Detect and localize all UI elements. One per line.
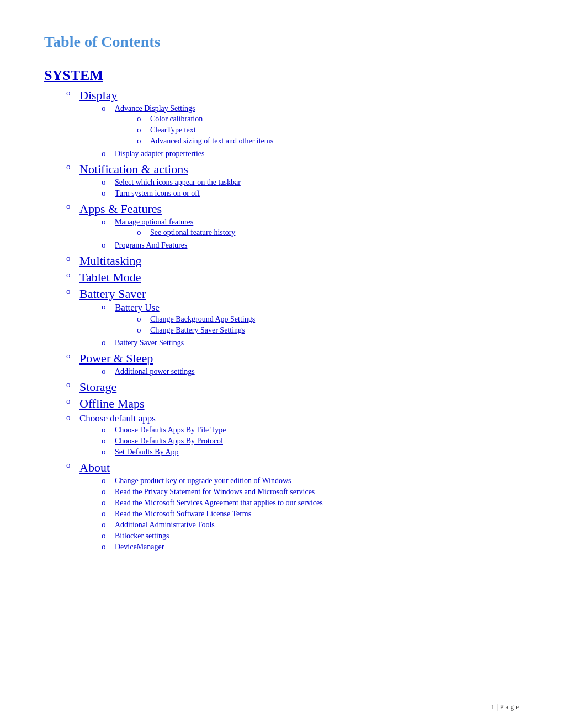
list-item: oChange Background App Settings <box>137 314 255 324</box>
toc-link[interactable]: Manage optional features <box>115 218 193 226</box>
list-item-content: See optional feature history <box>150 228 235 237</box>
list-item-content: AboutoChange product key or upgrade your… <box>79 461 323 553</box>
list-item-content: Set Defaults By App <box>115 447 179 457</box>
toc-list-level3: oSee optional feature history <box>137 228 235 237</box>
list-item: oSelect which icons appear on the taskba… <box>102 178 241 187</box>
toc-list-level2: oChange product key or upgrade your edit… <box>102 476 323 552</box>
list-item-content: Programs And Features <box>115 240 187 250</box>
list-item: oMultitasking <box>66 254 519 268</box>
bullet-icon: o <box>102 367 110 376</box>
list-item: oOffline Maps <box>66 397 519 411</box>
toc-list-level2: oManage optional featuresoSee optional f… <box>102 217 235 250</box>
toc-link[interactable]: ClearType text <box>150 126 196 134</box>
list-item-content: Choose default appsoChoose Defaults Apps… <box>79 413 226 458</box>
toc-link[interactable]: Choose Defaults Apps By Protocol <box>115 437 223 445</box>
bullet-icon: o <box>102 149 110 158</box>
list-item: oDisplay adapter properterties <box>102 149 273 158</box>
list-item: oAdvance Display SettingsoColor calibrat… <box>102 104 273 147</box>
toc-link[interactable]: Display adapter properterties <box>115 149 205 158</box>
toc-link[interactable]: Read the Microsoft Software License Term… <box>115 510 251 518</box>
toc-link[interactable]: Change Background App Settings <box>150 315 255 323</box>
list-item: oChoose default appsoChoose Defaults App… <box>66 413 519 458</box>
toc-link[interactable]: About <box>79 461 110 474</box>
toc-link[interactable]: Change product key or upgrade your editi… <box>115 477 291 485</box>
toc-link[interactable]: Choose Defaults Apps By File Type <box>115 426 226 434</box>
bullet-icon: o <box>66 461 75 470</box>
bullet-icon: o <box>102 476 110 485</box>
toc-link[interactable]: Additional Administrative Tools <box>115 521 215 529</box>
list-item: oPower & SleepoAdditional power settings <box>66 351 519 378</box>
toc-link[interactable]: Multitasking <box>79 254 141 267</box>
list-item: oChoose Defaults Apps By Protocol <box>102 436 226 446</box>
bullet-icon: o <box>102 178 110 187</box>
toc-link[interactable]: Offline Maps <box>79 397 145 410</box>
toc-link[interactable]: Color calibration <box>150 115 203 123</box>
toc-link[interactable]: Apps & Features <box>79 202 162 216</box>
toc-root-list: oDisplayoAdvance Display SettingsoColor … <box>66 88 519 553</box>
bullet-icon: o <box>66 287 75 296</box>
list-item: oDisplayoAdvance Display SettingsoColor … <box>66 88 519 160</box>
toc-link[interactable]: Battery Use <box>115 302 160 313</box>
list-item-content: Read the Microsoft Software License Term… <box>115 509 251 518</box>
bullet-icon: o <box>137 314 146 324</box>
list-item: oSee optional feature history <box>137 228 235 237</box>
toc-link[interactable]: Display <box>79 88 117 102</box>
toc-link[interactable]: Programs And Features <box>115 241 187 249</box>
toc-list-level3: oColor calibrationoClearType textoAdvanc… <box>137 114 273 146</box>
toc-link[interactable]: Advanced sizing of text and other items <box>150 137 273 145</box>
list-item-content: Tablet Mode <box>79 270 141 285</box>
list-item: oBitlocker settings <box>102 531 323 540</box>
list-item-content: Choose Defaults Apps By Protocol <box>115 436 223 446</box>
list-item-content: Advanced sizing of text and other items <box>150 136 273 146</box>
bullet-icon: o <box>66 88 75 98</box>
list-item-content: Change product key or upgrade your editi… <box>115 476 291 485</box>
toc-link[interactable]: DeviceManager <box>115 543 164 551</box>
bullet-icon: o <box>102 447 110 457</box>
toc-link[interactable]: Tablet Mode <box>79 270 141 284</box>
list-item: oStorage <box>66 380 519 394</box>
section-heading[interactable]: SYSTEM <box>44 67 519 84</box>
toc-link[interactable]: Choose default apps <box>79 413 156 424</box>
toc-link[interactable]: See optional feature history <box>150 228 235 237</box>
list-item: oRead the Microsoft Software License Ter… <box>102 509 323 518</box>
list-item-content: DeviceManager <box>115 542 164 552</box>
list-item-content: Notification & actionsoSelect which icon… <box>79 162 241 200</box>
toc-link[interactable]: Turn system icons on or off <box>115 189 200 197</box>
toc-link[interactable]: Select which icons appear on the taskbar <box>115 178 241 186</box>
toc-list-level2: oChoose Defaults Apps By File TypeoChoos… <box>102 425 226 457</box>
toc-link[interactable]: Additional power settings <box>115 367 195 376</box>
list-item: oBattery SaveroBattery UseoChange Backgr… <box>66 287 519 349</box>
bullet-icon: o <box>137 125 146 135</box>
toc-link[interactable]: Read the Privacy Statement for Windows a… <box>115 488 315 496</box>
list-item: oBattery Saver Settings <box>102 338 255 347</box>
toc-list-level2: oBattery UseoChange Background App Setti… <box>102 302 255 347</box>
list-item-content: Manage optional featuresoSee optional fe… <box>115 217 235 239</box>
toc-link[interactable]: Notification & actions <box>79 162 188 176</box>
bullet-icon: o <box>137 114 146 124</box>
list-item: oAdditional Administrative Tools <box>102 520 323 529</box>
toc-link[interactable]: Power & Sleep <box>79 351 153 365</box>
toc-link[interactable]: Bitlocker settings <box>115 532 169 540</box>
bullet-icon: o <box>66 162 75 172</box>
list-item: oRead the Microsoft Services Agreement t… <box>102 498 323 507</box>
bullet-icon: o <box>66 254 75 263</box>
toc-link[interactable]: Battery Saver <box>79 287 146 301</box>
bullet-icon: o <box>102 520 110 529</box>
bullet-icon: o <box>102 542 110 552</box>
list-item: oNotification & actionsoSelect which ico… <box>66 162 519 200</box>
toc-link[interactable]: Change Battery Saver Settings <box>150 326 245 334</box>
list-item-content: Additional power settings <box>115 367 195 376</box>
list-item-content: DisplayoAdvance Display SettingsoColor c… <box>79 88 273 160</box>
list-item: oDeviceManager <box>102 542 323 552</box>
list-item-content: Advance Display SettingsoColor calibrati… <box>115 104 273 147</box>
toc-link[interactable]: Advance Display Settings <box>115 104 195 113</box>
toc-link[interactable]: Set Defaults By App <box>115 448 179 456</box>
list-item-content: Read the Privacy Statement for Windows a… <box>115 487 315 496</box>
toc-link[interactable]: Battery Saver Settings <box>115 339 184 347</box>
toc-link[interactable]: Read the Microsoft Services Agreement th… <box>115 499 323 507</box>
list-item-content: Read the Microsoft Services Agreement th… <box>115 498 323 507</box>
list-item-content: Change Background App Settings <box>150 314 255 324</box>
toc-link[interactable]: Storage <box>79 380 116 394</box>
bullet-icon: o <box>66 397 75 406</box>
bullet-icon: o <box>66 351 75 361</box>
